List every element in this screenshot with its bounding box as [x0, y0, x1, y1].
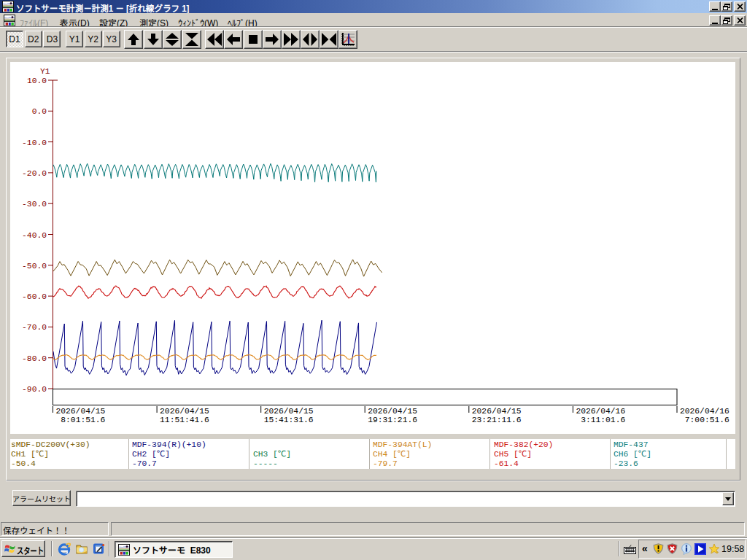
svg-text:19:31:21.6: 19:31:21.6: [368, 416, 417, 424]
svg-text:-10.0: -10.0: [22, 139, 47, 147]
svg-text:-50.0: -50.0: [22, 262, 47, 271]
svg-text:-20.0: -20.0: [22, 169, 47, 178]
svg-text:10.0: 10.0: [27, 77, 47, 85]
svg-text:-60.0: -60.0: [22, 292, 47, 301]
svg-text:2026/04/15: 2026/04/15: [264, 407, 314, 416]
svg-text:2026/04/15: 2026/04/15: [160, 407, 209, 416]
svg-text:2026/04/15: 2026/04/15: [368, 407, 417, 416]
svg-text:8:01:51.6: 8:01:51.6: [61, 416, 105, 424]
svg-text:-80.0: -80.0: [22, 354, 47, 363]
svg-text:-30.0: -30.0: [22, 200, 47, 209]
svg-text:-40.0: -40.0: [22, 231, 47, 240]
svg-text:2026/04/16: 2026/04/16: [576, 407, 625, 416]
svg-text:2026/04/15: 2026/04/15: [56, 407, 106, 416]
svg-text:2026/04/16: 2026/04/16: [680, 407, 729, 416]
svg-text:Y1: Y1: [40, 67, 50, 76]
svg-text:3:11:01.6: 3:11:01.6: [581, 416, 625, 424]
svg-text:0.0: 0.0: [32, 107, 47, 116]
svg-text:-90.0: -90.0: [22, 385, 47, 394]
svg-text:15:41:31.6: 15:41:31.6: [264, 416, 314, 424]
svg-text:2026/04/15: 2026/04/15: [472, 407, 522, 416]
svg-text:7:00:51.6: 7:00:51.6: [685, 416, 729, 424]
svg-text:11:51:41.6: 11:51:41.6: [160, 416, 209, 424]
svg-text:-70.0: -70.0: [22, 323, 47, 332]
svg-text:23:21:11.6: 23:21:11.6: [472, 416, 522, 424]
